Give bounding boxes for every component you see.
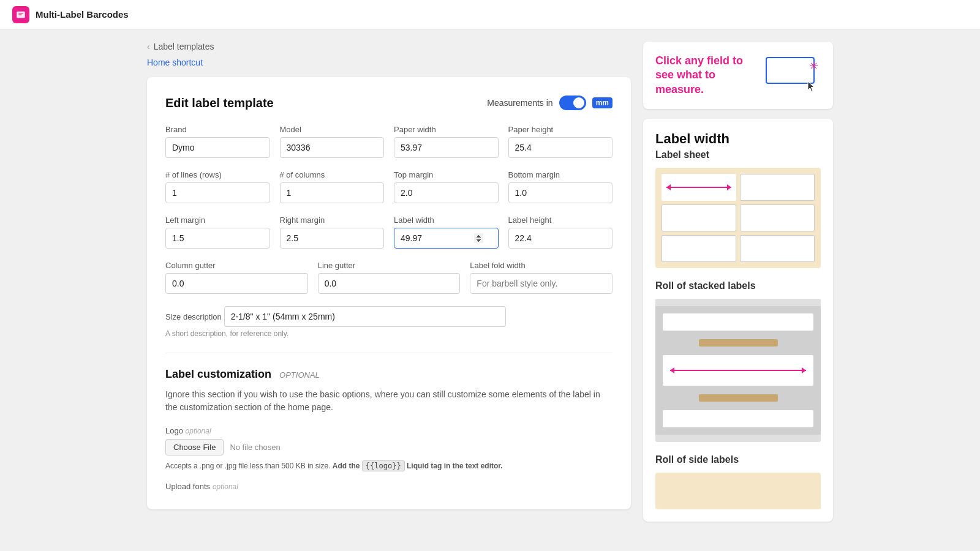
size-desc-label: Size description: [165, 312, 222, 321]
roll-stacked-title: Roll of stacked labels: [655, 280, 821, 291]
label-cell-5: [662, 235, 736, 262]
size-desc-group: Size description A short description, fo…: [165, 306, 612, 338]
right-panel: Click any field to see what to measure. …: [643, 42, 833, 522]
label-fold-group: Label fold width: [470, 261, 612, 294]
form-header: Edit label template Measurements in mm: [165, 96, 612, 110]
label-cell-1: [662, 174, 736, 201]
hint-cursor-icon: [806, 80, 817, 94]
rows-input[interactable]: [165, 182, 270, 203]
diagrams-section: Label width Label sheet Roll of stacked …: [643, 119, 833, 522]
top-margin-input[interactable]: [394, 182, 499, 203]
label-cell-2: [740, 174, 815, 201]
customization-desc: Ignore this section if you wish to use t…: [165, 388, 612, 414]
label-fold-input[interactable]: [470, 273, 612, 294]
back-icon: ‹: [147, 42, 150, 51]
label-width-input[interactable]: [394, 228, 499, 249]
right-margin-label: Right margin: [280, 216, 385, 225]
file-input-row: Choose File No file chosen: [165, 439, 612, 455]
roll-label-middle: [663, 355, 813, 386]
logo-section: Logo optional Choose File No file chosen…: [165, 426, 612, 471]
column-gutter-label: Column gutter: [165, 261, 308, 270]
paper-width-input[interactable]: [394, 137, 499, 158]
left-margin-group: Left margin: [165, 216, 270, 249]
label-sheet-title: Label sheet: [655, 149, 821, 160]
section-divider: [165, 353, 612, 353]
breadcrumb-link[interactable]: Label templates: [154, 42, 214, 51]
label-width-arrow: [666, 187, 731, 188]
label-sheet-diagram: [655, 168, 821, 268]
top-margin-group: Top margin: [394, 170, 499, 203]
line-gutter-label: Line gutter: [318, 261, 461, 270]
line-gutter-group: Line gutter: [318, 261, 461, 294]
size-desc-input[interactable]: [224, 306, 506, 327]
roll-top-strip: [655, 299, 821, 306]
roll-stacked-diagram: [655, 299, 821, 442]
app-logo: [12, 6, 29, 23]
diagram-main-title: Label width: [655, 131, 821, 147]
upload-fonts-label: Upload fonts: [165, 482, 210, 491]
hint-text: Click any field to see what to measure.: [655, 54, 756, 97]
customization-section: Label customization OPTIONAL Ignore this…: [165, 368, 612, 491]
file-description: Accepts a .png or .jpg file less than 50…: [165, 460, 612, 471]
paper-height-label: Paper height: [508, 125, 613, 134]
label-fold-label: Label fold width: [470, 261, 612, 270]
choose-file-button[interactable]: Choose File: [165, 439, 224, 455]
paper-height-group: Paper height: [508, 125, 613, 158]
roll-width-arrow: [670, 370, 806, 371]
row-4-grid: Column gutter Line gutter Label fold wid…: [165, 261, 612, 294]
label-height-group: Label height: [508, 216, 613, 249]
row-2-grid: # of lines (rows) # of columns Top margi…: [165, 170, 612, 203]
left-margin-input[interactable]: [165, 228, 270, 249]
model-input[interactable]: [280, 137, 385, 158]
breadcrumb: ‹ Label templates: [147, 42, 631, 51]
size-desc-help: A short description, for reference only.: [165, 329, 612, 338]
right-margin-group: Right margin: [280, 216, 385, 249]
columns-label: # of columns: [280, 170, 385, 179]
label-sheet-grid: [662, 174, 815, 262]
label-cell-3: [662, 204, 736, 231]
optional-badge: OPTIONAL: [279, 370, 320, 380]
column-gutter-group: Column gutter: [165, 261, 308, 294]
logo-optional: optional: [186, 427, 211, 435]
top-margin-label: Top margin: [394, 170, 499, 179]
row-3-grid: Left margin Right margin Label width Lab…: [165, 216, 612, 249]
hint-illustration: ✳: [766, 57, 821, 94]
row-1-grid: Brand Model Paper width Paper height: [165, 125, 612, 158]
main-panel: ‹ Label templates Home shortcut Edit lab…: [147, 42, 631, 522]
label-width-input-wrapper: [394, 228, 499, 249]
model-group: Model: [280, 125, 385, 158]
unit-toggle[interactable]: [559, 96, 586, 110]
label-width-label: Label width: [394, 216, 499, 225]
hint-card: Click any field to see what to measure. …: [643, 42, 833, 109]
label-cell-4: [740, 204, 815, 231]
home-shortcut-link[interactable]: Home shortcut: [147, 58, 203, 67]
roll-spool-bottom: [699, 394, 778, 402]
label-height-label: Label height: [508, 216, 613, 225]
upload-fonts-section: Upload fonts optional: [165, 481, 612, 491]
bottom-margin-group: Bottom margin: [508, 170, 613, 203]
customization-title: Label customization OPTIONAL: [165, 368, 612, 381]
paper-width-label: Paper width: [394, 125, 499, 134]
logo-field-label: Logo optional: [165, 426, 612, 435]
liquid-tag: {{logo}}: [362, 460, 405, 471]
upload-fonts-optional: optional: [213, 482, 238, 491]
label-height-input[interactable]: [508, 228, 613, 249]
roll-spool-top: [699, 339, 778, 347]
right-margin-input[interactable]: [280, 228, 385, 249]
rows-group: # of lines (rows): [165, 170, 270, 203]
columns-input[interactable]: [280, 182, 385, 203]
form-card: Edit label template Measurements in mm B…: [147, 77, 631, 509]
paper-height-input[interactable]: [508, 137, 613, 158]
brand-group: Brand: [165, 125, 270, 158]
roll-side-diagram: [655, 473, 821, 509]
hint-text-wrapper: Click any field to see what to measure.: [655, 54, 756, 97]
form-title: Edit label template: [165, 96, 274, 110]
label-cell-6: [740, 235, 815, 262]
column-gutter-input[interactable]: [165, 273, 308, 294]
line-gutter-input[interactable]: [318, 273, 461, 294]
brand-input[interactable]: [165, 137, 270, 158]
app-title: Multi-Label Barcodes: [36, 9, 129, 20]
model-label: Model: [280, 125, 385, 134]
bottom-margin-input[interactable]: [508, 182, 613, 203]
topbar: Multi-Label Barcodes: [0, 0, 980, 29]
